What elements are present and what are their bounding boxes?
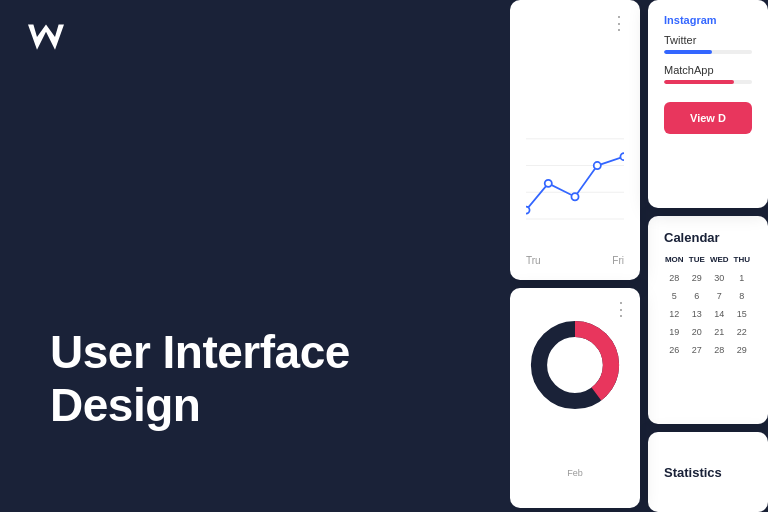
svg-marker-0 (28, 25, 64, 50)
statistics-title: Statistics (664, 465, 722, 480)
day-tue: TUE (687, 255, 708, 264)
cal-cell[interactable]: 7 (709, 288, 730, 304)
cal-cell[interactable]: 8 (732, 288, 753, 304)
cards-col-left: ⋮ Tru (510, 0, 640, 512)
svg-point-7 (571, 193, 578, 200)
cal-cell[interactable]: 27 (687, 342, 708, 358)
day-wed: WED (709, 255, 730, 264)
cal-cell[interactable]: 14 (709, 306, 730, 322)
svg-point-9 (620, 153, 624, 160)
cal-cell[interactable]: 28 (709, 342, 730, 358)
matchapp-label: MatchApp (664, 64, 752, 76)
cal-cell[interactable]: 22 (732, 324, 753, 340)
cal-cell[interactable]: 6 (687, 288, 708, 304)
cal-cell[interactable]: 29 (687, 270, 708, 286)
chart-x-labels: Tru Fri (526, 255, 624, 266)
cal-cell[interactable]: 30 (709, 270, 730, 286)
matchapp-bar-bg (664, 80, 752, 84)
line-chart-svg (526, 100, 624, 240)
twitter-label: Twitter (664, 34, 752, 46)
line-chart-area (526, 100, 624, 240)
day-mon: MON (664, 255, 685, 264)
calendar-card: Calendar MON TUE WED THU 28 29 30 1 5 6 … (648, 216, 768, 424)
calendar-day-names: MON TUE WED THU (664, 255, 752, 264)
social-card: Instagram Twitter MatchApp View D (648, 0, 768, 208)
cal-cell[interactable]: 1 (732, 270, 753, 286)
right-panel: ⋮ Tru (510, 0, 768, 512)
x-label-fri: Fri (612, 255, 624, 266)
cal-cell[interactable]: 15 (732, 306, 753, 322)
logo (28, 24, 482, 52)
cal-cell[interactable]: 28 (664, 270, 685, 286)
matchapp-bar-fill (664, 80, 734, 84)
cal-cell[interactable]: 12 (664, 306, 685, 322)
social-item-twitter: Twitter (664, 34, 752, 54)
svg-point-6 (545, 180, 552, 187)
social-item-matchapp: MatchApp (664, 64, 752, 84)
logo-icon (28, 24, 64, 52)
view-detail-button[interactable]: View D (664, 102, 752, 134)
chart-menu-icon[interactable]: ⋮ (610, 12, 628, 34)
page-title: User Interface Design (50, 326, 350, 432)
donut-card: ⋮ Feb (510, 288, 640, 508)
cal-cell[interactable]: 20 (687, 324, 708, 340)
cal-cell[interactable]: 5 (664, 288, 685, 304)
donut-menu-icon[interactable]: ⋮ (612, 298, 630, 320)
cal-cell[interactable]: 21 (709, 324, 730, 340)
social-items-list: Twitter MatchApp (664, 34, 752, 84)
cal-cell[interactable]: 19 (664, 324, 685, 340)
cal-cell[interactable]: 29 (732, 342, 753, 358)
x-label-tru: Tru (526, 255, 541, 266)
svg-point-8 (594, 162, 601, 169)
calendar-title: Calendar (664, 230, 752, 245)
chart-card: ⋮ Tru (510, 0, 640, 280)
twitter-bar-fill (664, 50, 712, 54)
cal-cell[interactable]: 26 (664, 342, 685, 358)
svg-point-5 (526, 207, 530, 214)
twitter-bar-bg (664, 50, 752, 54)
donut-feb-label: Feb (567, 468, 583, 478)
statistics-card: Statistics (648, 432, 768, 512)
donut-chart-svg (530, 320, 620, 410)
cal-cell[interactable]: 13 (687, 306, 708, 322)
calendar-grid: 28 29 30 1 5 6 7 8 12 13 14 15 19 20 21 … (664, 270, 752, 358)
cards-col-right: Instagram Twitter MatchApp View D (648, 0, 768, 512)
day-thu: THU (732, 255, 753, 264)
left-panel: User Interface Design (0, 0, 510, 512)
hero-text: User Interface Design (50, 326, 350, 432)
instagram-label: Instagram (664, 14, 752, 26)
